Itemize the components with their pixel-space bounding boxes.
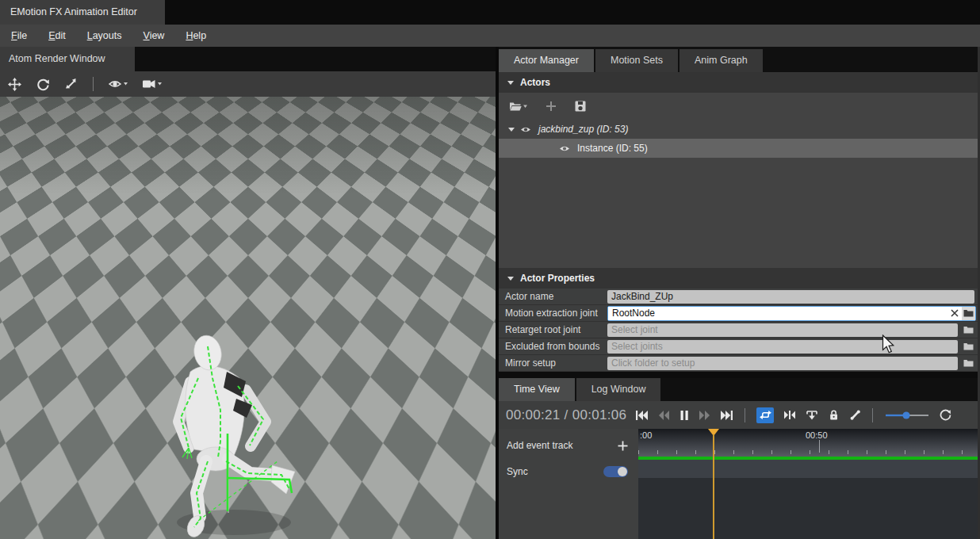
- save-icon[interactable]: [575, 101, 586, 112]
- toolbar-separator: [93, 77, 94, 91]
- camera-icon[interactable]: [143, 78, 162, 90]
- rotate-icon[interactable]: [36, 78, 50, 91]
- playhead-line: [713, 434, 714, 539]
- joint-picker-folder-icon[interactable]: [961, 323, 975, 337]
- actors-section-header[interactable]: Actors: [499, 72, 978, 93]
- motion-extraction-joint-field[interactable]: RootNode: [607, 306, 976, 321]
- ping-pong-button[interactable]: [783, 410, 796, 420]
- character-model[interactable]: [127, 323, 325, 539]
- ruler-mid-label: 00:50: [806, 430, 828, 440]
- move-icon[interactable]: [8, 78, 21, 91]
- add-icon[interactable]: [546, 101, 557, 112]
- property-row-mirror-setup: Mirror setup Click folder to setup: [499, 355, 978, 372]
- playhead[interactable]: [708, 429, 719, 539]
- property-row-retarget-root-joint: Retarget root joint Select joint: [499, 322, 978, 338]
- add-event-track-row: Add event track: [499, 436, 638, 455]
- event-track-row[interactable]: [638, 460, 978, 478]
- actors-empty-area: [499, 158, 978, 268]
- add-event-track-label: Add event track: [507, 440, 572, 451]
- skip-to-start-button[interactable]: [635, 410, 649, 421]
- joint-picker-folder-icon[interactable]: [962, 307, 975, 320]
- character-body: [178, 333, 295, 539]
- menu-help[interactable]: Help: [186, 30, 206, 41]
- tab-actor-manager[interactable]: Actor Manager: [499, 49, 594, 72]
- render-tab-strip: Atom Render Window: [0, 47, 496, 71]
- actor-name-field[interactable]: JackBind_ZUp: [607, 290, 974, 304]
- visibility-eye-icon[interactable]: [559, 145, 570, 152]
- render-viewport[interactable]: [0, 97, 496, 539]
- ruler-start-label: :00: [640, 430, 652, 440]
- timeline-ruler[interactable]: :00 00:50: [638, 429, 978, 457]
- actors-toolbar: [499, 93, 978, 120]
- clear-x-icon[interactable]: [947, 307, 962, 320]
- ruler-major-tick: [819, 440, 820, 453]
- tab-time-view[interactable]: Time View: [499, 378, 575, 401]
- transport-separator: [872, 408, 873, 422]
- window-title: EMotion FX Animation Editor: [10, 6, 137, 17]
- toggle-knob: [618, 467, 627, 476]
- loop-button[interactable]: [756, 407, 774, 423]
- timeline-area: Add event track Sync :00: [499, 429, 978, 539]
- pause-button[interactable]: [679, 410, 689, 421]
- tab-motion-sets[interactable]: Motion Sets: [595, 49, 678, 72]
- tree-row-actor[interactable]: jackbind_zup (ID: 53): [499, 120, 978, 139]
- timeline-track-list: Add event track Sync: [499, 429, 638, 539]
- menu-view[interactable]: View: [144, 30, 165, 41]
- property-row-actor-name: Actor name JackBind_ZUp: [499, 289, 978, 305]
- joints-picker-folder-icon[interactable]: [961, 340, 975, 354]
- excluded-from-bounds-field[interactable]: Select joints: [607, 340, 958, 354]
- property-row-motion-extraction-joint: Motion extraction joint RootNode: [499, 305, 978, 322]
- visibility-eye-icon[interactable]: [520, 126, 531, 133]
- rewind-button[interactable]: [658, 410, 670, 421]
- actor-properties-header[interactable]: Actor Properties: [499, 268, 978, 289]
- scale-icon[interactable]: [65, 78, 78, 90]
- expand-triangle-icon[interactable]: [508, 128, 515, 132]
- window-title-tab[interactable]: EMotion FX Animation Editor: [0, 0, 165, 25]
- panel-divider[interactable]: [499, 372, 978, 378]
- draw-button[interactable]: [849, 409, 861, 421]
- retarget-root-joint-field[interactable]: Select joint: [607, 323, 958, 337]
- menu-layouts[interactable]: Layouts: [87, 30, 122, 41]
- menu-edit[interactable]: Edit: [48, 30, 66, 41]
- time-view-tabs: Time View Log Window: [499, 378, 978, 401]
- reset-zoom-button[interactable]: [940, 409, 951, 421]
- render-window-panel: Atom Render Window: [0, 47, 496, 539]
- sync-toggle[interactable]: [603, 466, 628, 477]
- timecode-display: 00:00:21 / 00:01:06: [499, 407, 635, 423]
- goto-playhead-button[interactable]: [806, 410, 818, 421]
- visibility-icon[interactable]: [109, 78, 128, 90]
- transport-bar: 00:00:21 / 00:01:06: [499, 401, 978, 429]
- application-window: EMotion FX Animation Editor File Edit La…: [0, 0, 980, 539]
- tab-atom-render-window[interactable]: Atom Render Window: [0, 47, 135, 71]
- add-event-track-button[interactable]: [618, 441, 628, 451]
- property-row-excluded-from-bounds: Excluded from bounds Select joints: [499, 338, 978, 355]
- tab-anim-graph[interactable]: Anim Graph: [679, 49, 763, 72]
- mouse-cursor: [882, 334, 896, 355]
- open-folder-icon[interactable]: [509, 101, 527, 112]
- timeline-zoom-slider[interactable]: [884, 411, 930, 420]
- tab-log-window[interactable]: Log Window: [576, 378, 661, 401]
- menu-bar: File Edit Layouts View Help: [0, 25, 980, 47]
- actor-properties-grid: Actor name JackBind_ZUp Motion extractio…: [499, 289, 978, 372]
- tree-row-instance[interactable]: Instance (ID: 55): [499, 139, 978, 158]
- collapse-triangle-icon: [507, 277, 514, 281]
- transport-separator: [745, 408, 745, 422]
- menu-file[interactable]: File: [11, 30, 27, 41]
- actor-tree-label: jackbind_zup (ID: 53): [538, 124, 628, 135]
- collapse-triangle-icon: [507, 81, 514, 85]
- actor-panel-tabs: Actor Manager Motion Sets Anim Graph: [499, 47, 978, 72]
- lock-button[interactable]: [828, 409, 840, 421]
- mirror-setup-folder-icon[interactable]: [961, 357, 975, 370]
- sync-row: Sync: [499, 462, 638, 481]
- instance-tree-label: Instance (ID: 55): [577, 143, 648, 154]
- timeline-canvas[interactable]: :00 00:50: [638, 429, 978, 539]
- sync-label: Sync: [507, 466, 528, 477]
- skip-to-end-button[interactable]: [720, 410, 733, 421]
- fast-forward-button[interactable]: [699, 410, 710, 421]
- title-bar: EMotion FX Animation Editor: [0, 0, 980, 25]
- mirror-setup-field[interactable]: Click folder to setup: [607, 357, 958, 370]
- right-panel: Actor Manager Motion Sets Anim Graph Act…: [496, 47, 980, 539]
- viewport-toolbar: [0, 71, 496, 97]
